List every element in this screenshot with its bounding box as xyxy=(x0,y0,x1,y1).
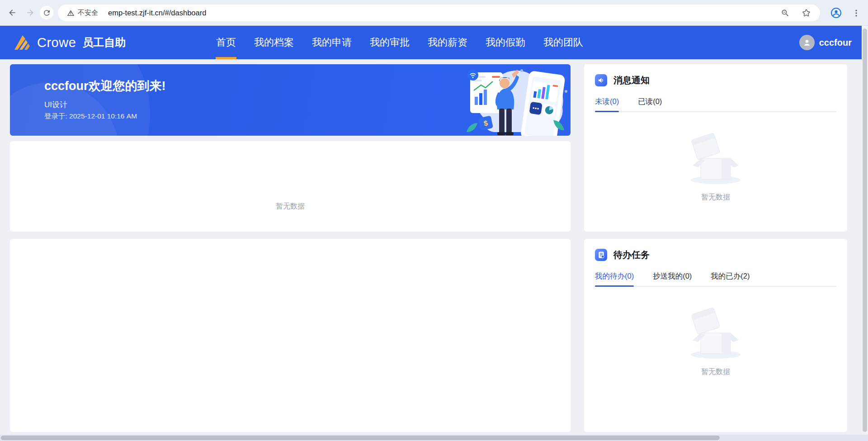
todo-header: 待办任务 xyxy=(595,249,650,261)
profile-icon[interactable] xyxy=(830,7,842,19)
todo-empty-state: 暂无数据 xyxy=(584,307,847,377)
todo-card: 待办任务 我的待办(0) 抄送我的(0) 我的已办(2) 暂无数据 xyxy=(584,239,847,432)
warning-icon xyxy=(67,9,75,17)
browser-reload-button[interactable] xyxy=(40,6,53,19)
username-label: cccfour xyxy=(819,38,852,48)
browser-back-button[interactable] xyxy=(5,6,19,19)
tab-cc-me[interactable]: 抄送我的(0) xyxy=(653,268,692,286)
menu-item-my-approvals[interactable]: 我的审批 xyxy=(370,26,410,59)
brand-name: Crowe xyxy=(37,35,76,50)
url-text[interactable]: emp-test.zjf-it.cn/#/dashboard xyxy=(108,9,781,17)
empty-text: 暂无数据 xyxy=(276,202,305,210)
security-chip[interactable]: 不安全 xyxy=(64,7,104,19)
bookmark-star-icon[interactable] xyxy=(802,8,811,18)
empty-text: 暂无数据 xyxy=(584,367,847,377)
menu-item-home[interactable]: 首页 xyxy=(216,26,236,59)
app-title: 员工自助 xyxy=(82,35,126,50)
welcome-subtitle: UI设计 xyxy=(44,100,67,110)
welcome-login-time: 登录于: 2025-12-01 10:16 AM xyxy=(44,112,137,121)
quick-tools-card: 快捷工具 暂无数据 xyxy=(10,141,571,232)
zoom-out-icon[interactable] xyxy=(781,9,790,18)
crowe-logo-icon xyxy=(14,33,33,52)
empty-text: 暂无数据 xyxy=(584,193,847,202)
vertical-scrollbar-thumb[interactable] xyxy=(863,28,867,432)
messages-title: 消息通知 xyxy=(613,74,650,86)
address-bar[interactable]: 不安全 emp-test.zjf-it.cn/#/dashboard xyxy=(58,5,820,21)
messages-header: 消息通知 xyxy=(595,74,650,86)
attendance-card: 出勤记录 2025 12 正常 异常 日一二三四五六 30 01 02 03 0… xyxy=(10,239,571,432)
user-avatar xyxy=(799,35,815,50)
horizontal-scrollbar[interactable] xyxy=(0,435,868,441)
speaker-icon xyxy=(595,74,607,86)
tab-unread[interactable]: 未读(0) xyxy=(595,93,619,111)
menu-item-my-team[interactable]: 我的团队 xyxy=(543,26,583,59)
chrome-menu-icon[interactable] xyxy=(852,9,861,18)
todo-tabs: 我的待办(0) 抄送我的(0) 我的已办(2) xyxy=(595,268,836,287)
user-menu[interactable]: cccfour xyxy=(799,26,852,59)
welcome-title: cccfour欢迎您的到来! xyxy=(44,78,166,94)
tab-my-done[interactable]: 我的已办(2) xyxy=(711,268,750,286)
menu-item-my-attendance[interactable]: 我的假勤 xyxy=(486,26,525,59)
welcome-banner: cccfour欢迎您的到来! UI设计 登录于: 2025-12-01 10:1… xyxy=(10,64,571,136)
main-menu: 首页 我的档案 我的申请 我的审批 我的薪资 我的假勤 我的团队 xyxy=(216,26,583,59)
menu-item-my-profile[interactable]: 我的档案 xyxy=(254,26,294,59)
brand-block: Crowe 员工自助 xyxy=(14,26,126,59)
quick-tools-empty-state: 暂无数据 xyxy=(10,202,571,211)
tab-my-todo[interactable]: 我的待办(0) xyxy=(595,268,634,286)
todo-title: 待办任务 xyxy=(613,249,650,261)
menu-item-my-salary[interactable]: 我的薪资 xyxy=(428,26,467,59)
messages-card: 消息通知 未读(0) 已读(0) 暂无数据 xyxy=(584,64,847,232)
browser-forward-button[interactable] xyxy=(24,6,37,19)
menu-item-my-applications[interactable]: 我的申请 xyxy=(312,26,352,59)
security-label: 不安全 xyxy=(78,9,98,17)
horizontal-scrollbar-thumb[interactable] xyxy=(1,436,720,440)
messages-tabs: 未读(0) 已读(0) xyxy=(595,93,836,112)
tab-read[interactable]: 已读(0) xyxy=(638,93,662,111)
empty-box-illustration xyxy=(682,132,750,186)
vertical-scrollbar[interactable] xyxy=(862,26,868,435)
banner-illustration: $ xyxy=(458,64,571,136)
browser-toolbar: 不安全 emp-test.zjf-it.cn/#/dashboard xyxy=(0,0,868,26)
todo-doc-icon xyxy=(595,249,607,261)
empty-box-illustration xyxy=(682,307,750,361)
messages-empty-state: 暂无数据 xyxy=(584,132,847,202)
app-navbar: Crowe 员工自助 首页 我的档案 我的申请 我的审批 我的薪资 我的假勤 我… xyxy=(0,26,868,59)
